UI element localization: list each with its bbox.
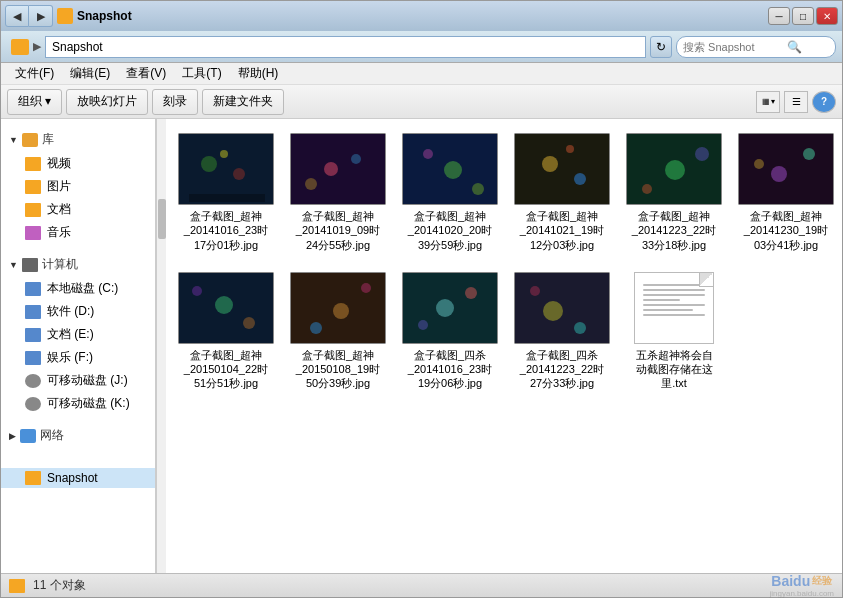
minimize-button[interactable]: ─ [768,7,790,25]
file-name-10: 盒子截图_四杀_20141223_22时27分33秒.jpg [520,348,604,391]
nav-group: ◀ ▶ [5,5,53,27]
svg-point-24 [754,159,764,169]
svg-point-15 [574,173,586,185]
menu-file[interactable]: 文件(F) [7,63,62,84]
file-thumbnail-5 [626,133,722,205]
menu-view[interactable]: 查看(V) [118,63,174,84]
search-input[interactable] [683,41,783,53]
file-item-1[interactable]: 盒子截图_超神_20141016_23时17分01秒.jpg [174,127,278,258]
menu-tools[interactable]: 工具(T) [174,63,229,84]
file-item-6[interactable]: 盒子截图_超神_20141230_19时03分41秒.jpg [734,127,838,258]
file-name-3: 盒子截图_超神_20141020_20时39分59秒.jpg [408,209,492,252]
svg-point-31 [310,322,322,334]
sidebar-scroll-thumb[interactable] [158,199,166,239]
organize-button[interactable]: 组织 ▾ [7,89,62,115]
menu-edit[interactable]: 编辑(E) [62,63,118,84]
search-icon[interactable]: 🔍 [787,40,802,54]
txt-file-icon [634,272,714,344]
sidebar-item-drive-k[interactable]: 可移动磁盘 (K:) [1,392,155,415]
file-grid: 盒子截图_超神_20141016_23时17分01秒.jpg 盒子截图_超神_2… [174,127,834,397]
forward-button[interactable]: ▶ [29,5,53,27]
computer-icon [22,258,38,272]
sidebar-label-drive-e: 文档 (E:) [47,326,94,343]
folder-documents-icon [25,203,41,217]
svg-point-23 [803,148,815,160]
file-item-8[interactable]: 盒子截图_超神_20150108_19时50分39秒.jpg [286,266,390,397]
sidebar-label-drive-c: 本地磁盘 (C:) [47,280,118,297]
txt-corner [699,273,713,287]
svg-point-8 [305,178,317,190]
file-item-2[interactable]: 盒子截图_超神_20141019_09时24分55秒.jpg [286,127,390,258]
toolbar: 组织 ▾ 放映幻灯片 刻录 新建文件夹 ▦▾ ☰ ? [1,85,842,119]
drive-e-icon [25,328,41,342]
file-thumbnail-6 [738,133,834,205]
drive-f-icon [25,351,41,365]
drive-c-icon [25,282,41,296]
sidebar-item-drive-c[interactable]: 本地磁盘 (C:) [1,277,155,300]
sidebar-item-video[interactable]: 视频 [1,152,155,175]
view-toggle-button[interactable]: ▦▾ [756,91,780,113]
file-item-3[interactable]: 盒子截图_超神_20141020_20时39分59秒.jpg [398,127,502,258]
jingyan-text: 经验 [812,574,832,588]
sidebar-scrollbar[interactable] [156,119,166,573]
sidebar-section-library[interactable]: ▼ 库 [1,127,155,152]
network-icon [20,429,36,443]
burn-button[interactable]: 刻录 [152,89,198,115]
file-item-10[interactable]: 盒子截图_四杀_20141223_22时27分33秒.jpg [510,266,614,397]
svg-point-38 [543,301,563,321]
svg-point-30 [333,303,349,319]
sidebar-item-music[interactable]: 音乐 [1,221,155,244]
file-thumbnail-3 [402,133,498,205]
sidebar-label-documents: 文档 [47,201,71,218]
file-name-7: 盒子截图_超神_20150104_22时51分51秒.jpg [184,348,268,391]
sidebar-item-drive-e[interactable]: 文档 (E:) [1,323,155,346]
file-thumbnail-10 [514,272,610,344]
library-icon [22,133,38,147]
search-box: 🔍 [676,36,836,58]
maximize-button[interactable]: □ [792,7,814,25]
back-button[interactable]: ◀ [5,5,29,27]
sidebar-item-documents[interactable]: 文档 [1,198,155,221]
folder-pictures-icon [25,180,41,194]
baidu-logo-container: Baidu 经验 [771,573,832,589]
sidebar-item-snapshot[interactable]: Snapshot [1,468,155,488]
file-panel: 盒子截图_超神_20141016_23时17分01秒.jpg 盒子截图_超神_2… [166,119,842,573]
svg-point-7 [351,154,361,164]
sidebar-item-drive-j[interactable]: 可移动磁盘 (J:) [1,369,155,392]
watermark-url: jingyan.baidu.com [770,589,834,598]
details-pane-button[interactable]: ☰ [784,91,808,113]
status-count: 11 个对象 [33,577,86,594]
file-name-6: 盒子截图_超神_20141230_19时03分41秒.jpg [744,209,828,252]
library-expand-icon: ▼ [9,135,18,145]
file-item-5[interactable]: 盒子截图_超神_20141223_22时33分18秒.jpg [622,127,726,258]
new-folder-button[interactable]: 新建文件夹 [202,89,284,115]
address-input[interactable] [45,36,646,58]
file-name-4: 盒子截图_超神_20141021_19时12分03秒.jpg [520,209,604,252]
slideshow-button[interactable]: 放映幻灯片 [66,89,148,115]
menu-bar: 文件(F) 编辑(E) 查看(V) 工具(T) 帮助(H) [1,63,842,85]
sidebar-item-drive-d[interactable]: 软件 (D:) [1,300,155,323]
close-button[interactable]: ✕ [816,7,838,25]
file-item-4[interactable]: 盒子截图_超神_20141021_19时12分03秒.jpg [510,127,614,258]
file-item-11[interactable]: 五杀超神将会自动截图存储在这里.txt [622,266,726,397]
address-folder-icon [11,39,29,55]
file-item-9[interactable]: 盒子截图_四杀_20141016_23时19分06秒.jpg [398,266,502,397]
file-name-9: 盒子截图_四杀_20141016_23时19分06秒.jpg [408,348,492,391]
sidebar-item-drive-f[interactable]: 娱乐 (F:) [1,346,155,369]
sidebar-label-snapshot: Snapshot [47,471,98,485]
help-button[interactable]: ? [812,91,836,113]
drive-d-icon [25,305,41,319]
menu-help[interactable]: 帮助(H) [230,63,287,84]
drive-j-icon [25,374,41,388]
sidebar-section-network[interactable]: ▶ 网络 [1,423,155,448]
sidebar-label-drive-j: 可移动磁盘 (J:) [47,372,128,389]
svg-rect-21 [739,134,834,205]
sidebar-item-pictures[interactable]: 图片 [1,175,155,198]
refresh-button[interactable]: ↻ [650,36,672,58]
file-name-8: 盒子截图_超神_20150108_19时50分39秒.jpg [296,348,380,391]
svg-point-35 [465,287,477,299]
file-thumbnail-9 [402,272,498,344]
network-expand-icon: ▶ [9,431,16,441]
sidebar-section-computer[interactable]: ▼ 计算机 [1,252,155,277]
file-item-7[interactable]: 盒子截图_超神_20150104_22时51分51秒.jpg [174,266,278,397]
